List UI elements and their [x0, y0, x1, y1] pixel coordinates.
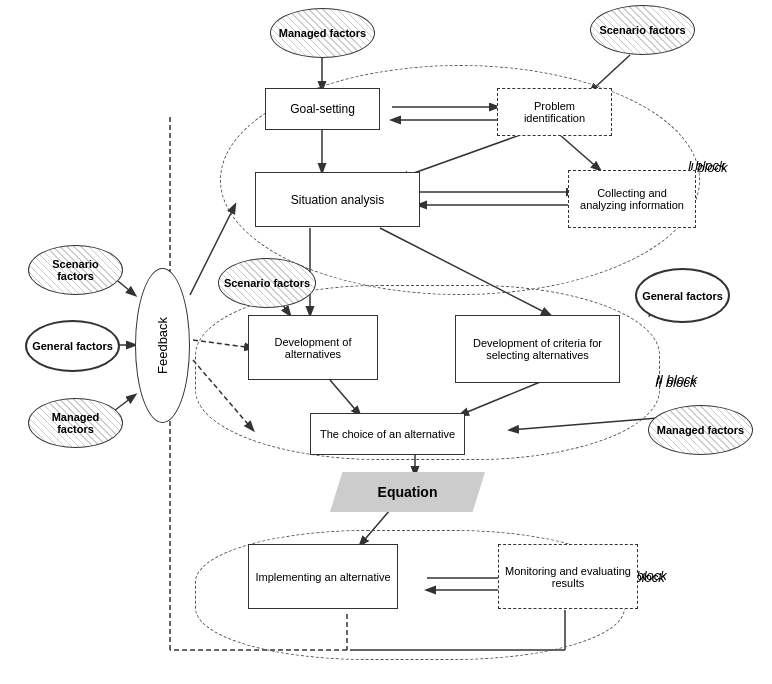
managed-factors-right: Managed factors	[648, 405, 753, 455]
dev-alternatives: Development of alternatives	[248, 315, 378, 380]
monitoring: Monitoring and evaluating results	[498, 544, 638, 609]
dev-criteria: Development of criteria for selecting al…	[455, 315, 620, 383]
implementing: Implementing an alternative	[248, 544, 398, 609]
managed-factors-top: Managed factors	[270, 8, 375, 58]
situation-analysis: Situation analysis	[255, 172, 420, 227]
general-factors-left: General factors	[25, 320, 120, 372]
problem-identification: Problem identification	[497, 88, 612, 136]
diagram-container: I block II block III block I block II bl…	[0, 0, 772, 684]
goal-setting: Goal-setting	[265, 88, 380, 130]
scenario-factors-mid: Scenario factors	[218, 258, 316, 308]
scenario-factors-top: Scenario factors	[590, 5, 695, 55]
general-factors-right: General factors	[635, 268, 730, 323]
feedback: Feedback	[135, 268, 190, 423]
managed-factors-left: Managed factors	[28, 398, 123, 448]
choice-alternative: The choice of an alternative	[310, 413, 465, 455]
equation: Equation	[330, 472, 485, 512]
scenario-factors-left: Scenario factors	[28, 245, 123, 295]
collecting-analyzing: Collecting and analyzing information	[568, 170, 696, 228]
block2-text: II block	[656, 372, 697, 387]
